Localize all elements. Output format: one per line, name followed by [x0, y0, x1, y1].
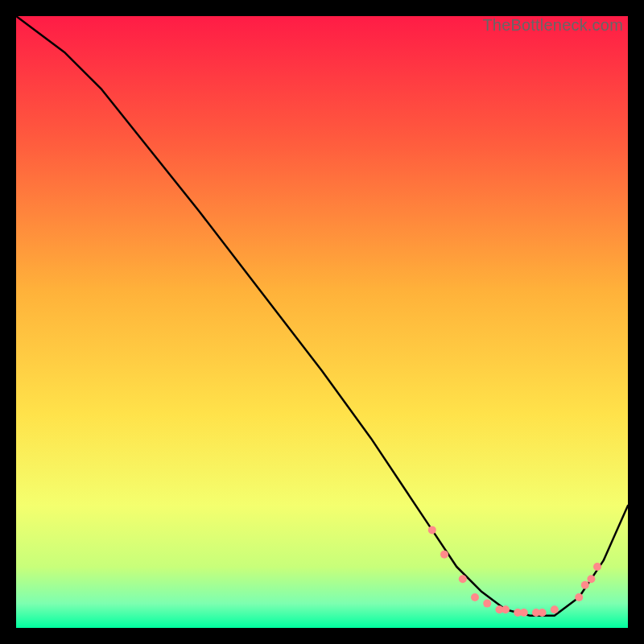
gradient-background	[16, 16, 628, 628]
bottleneck-chart	[16, 16, 628, 628]
watermark-text: TheBottleneck.com	[482, 16, 623, 35]
highlight-marker	[520, 609, 528, 617]
highlight-marker	[539, 609, 547, 617]
highlight-marker	[551, 605, 559, 613]
highlight-marker	[459, 575, 467, 583]
highlight-marker	[587, 575, 595, 583]
highlight-marker	[593, 563, 601, 571]
highlight-marker	[428, 526, 436, 534]
chart-frame: TheBottleneck.com	[16, 16, 628, 628]
highlight-marker	[575, 593, 583, 601]
highlight-marker	[581, 581, 589, 589]
highlight-marker	[483, 600, 491, 608]
highlight-marker	[502, 605, 510, 613]
highlight-marker	[471, 593, 479, 601]
highlight-marker	[440, 551, 448, 559]
